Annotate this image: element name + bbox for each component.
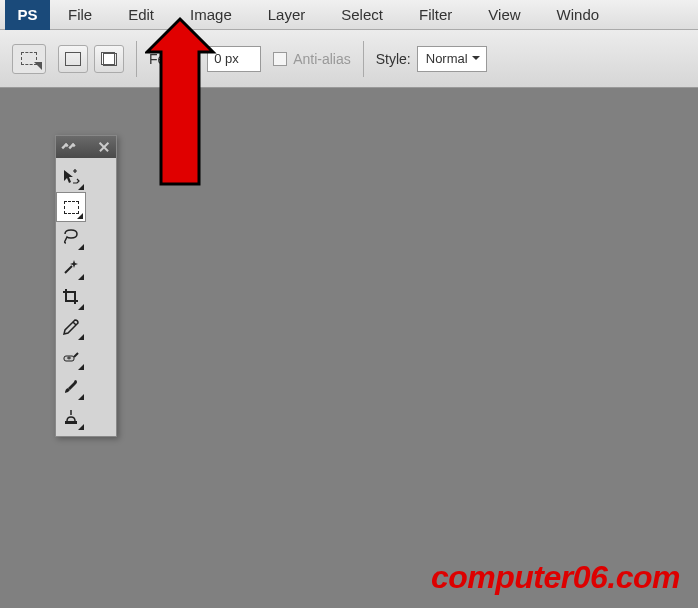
app-logo: PS xyxy=(5,0,50,30)
healing-brush-tool[interactable] xyxy=(56,342,86,372)
square-icon xyxy=(65,52,81,66)
selection-mode-group xyxy=(58,45,124,73)
marquee-tool[interactable] xyxy=(56,192,86,222)
divider xyxy=(363,41,364,77)
options-bar: Feather: Anti-alias Style: Normal xyxy=(0,30,698,88)
menu-window[interactable]: Windo xyxy=(539,0,618,29)
mode-new-selection[interactable] xyxy=(58,45,88,73)
eyedropper-tool[interactable] xyxy=(56,312,86,342)
marquee-icon xyxy=(64,201,79,214)
current-tool-indicator[interactable] xyxy=(12,44,46,74)
overlap-squares-icon xyxy=(101,52,117,66)
move-tool[interactable] xyxy=(56,162,86,192)
svg-line-0 xyxy=(65,266,72,273)
palette-header[interactable] xyxy=(56,136,116,158)
menu-image[interactable]: Image xyxy=(172,0,250,29)
menu-select[interactable]: Select xyxy=(323,0,401,29)
svg-rect-1 xyxy=(64,356,74,361)
crop-tool[interactable] xyxy=(56,282,86,312)
close-icon[interactable] xyxy=(98,141,110,153)
tools-palette xyxy=(55,135,117,437)
style-select[interactable]: Normal xyxy=(417,46,487,72)
feather-label: Feather: xyxy=(149,51,201,67)
menubar: PS File Edit Image Layer Select Filter V… xyxy=(0,0,698,30)
menu-edit[interactable]: Edit xyxy=(110,0,172,29)
marquee-icon xyxy=(21,52,37,65)
brush-tool[interactable] xyxy=(56,372,86,402)
anti-alias-label: Anti-alias xyxy=(293,51,351,67)
clone-stamp-tool[interactable] xyxy=(56,402,86,432)
style-label: Style: xyxy=(376,51,411,67)
watermark: computer06.com xyxy=(431,559,680,596)
menu-filter[interactable]: Filter xyxy=(401,0,470,29)
feather-input[interactable] xyxy=(207,46,261,72)
lasso-tool[interactable] xyxy=(56,222,86,252)
anti-alias-checkbox xyxy=(273,52,287,66)
menu-layer[interactable]: Layer xyxy=(250,0,324,29)
divider xyxy=(136,41,137,77)
collapse-icon[interactable] xyxy=(62,141,80,153)
magic-wand-tool[interactable] xyxy=(56,252,86,282)
mode-add-selection[interactable] xyxy=(94,45,124,73)
menu-view[interactable]: View xyxy=(470,0,538,29)
svg-rect-2 xyxy=(65,421,77,424)
menu-file[interactable]: File xyxy=(50,0,110,29)
